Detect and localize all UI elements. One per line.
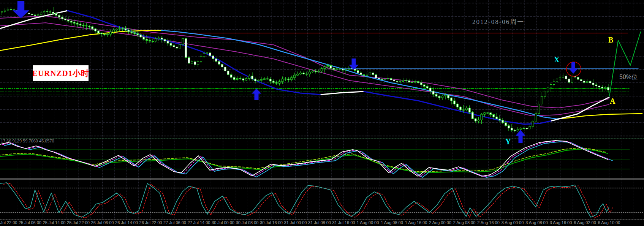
- time-axis-label: 2 Aug 08:00: [453, 220, 476, 225]
- time-axis-label: 1 Aug 08:00: [381, 220, 403, 225]
- down-arrow-marker: [569, 62, 578, 74]
- time-axis-label: 1 Aug 00:00: [357, 220, 379, 225]
- up-arrow-marker: [252, 89, 261, 100]
- time-axis-label: 2 Aug 16:00: [477, 220, 500, 225]
- time-axis-label: 3 Aug 00:00: [502, 220, 524, 225]
- time-axis-label: 26 Jul 06:00: [91, 220, 114, 225]
- time-axis-label: 31 Jul 08:00: [308, 220, 331, 225]
- time-axis-label: 25 Jul 22:00: [67, 220, 90, 225]
- time-axis-label: 27 Jul 06:00: [163, 220, 186, 225]
- up-arrow-marker: [516, 130, 525, 143]
- trading-chart-window: EURNZD1小时 2012-08-06周一 X Y A B 50%位 17 6…: [0, 0, 644, 226]
- time-axis-label: 31 Jul 16:00: [332, 220, 355, 225]
- time-axis-label: 3 Aug 08:00: [525, 220, 548, 225]
- time-axis-label: 1 Aug 16:00: [405, 220, 427, 225]
- time-axis-label: 6 Aug 02:00: [574, 220, 596, 225]
- time-axis-label: 30 Jul 00:00: [212, 220, 234, 225]
- time-axis-label: 30 Jul 16:00: [260, 220, 283, 225]
- time-axis-label: 27 Jul 14:00: [188, 220, 210, 225]
- time-axis-label: 25 Jul 06:00: [19, 220, 41, 225]
- down-arrow-marker: [349, 58, 359, 70]
- time-axis-label: 30 Jul 08:00: [236, 220, 259, 225]
- time-axis-label: 26 Jul 14:00: [115, 220, 138, 225]
- time-axis-label: 3 Aug 16:00: [550, 220, 572, 225]
- time-axis: 24 Jul 22:0025 Jul 06:0025 Jul 14:0025 J…: [0, 220, 644, 226]
- time-axis-label: 25 Jul 14:00: [43, 220, 66, 225]
- time-axis-label: 6 Aug 10:00: [598, 220, 620, 225]
- chart-area[interactable]: [0, 0, 644, 226]
- time-axis-label: 26 Jul 22:00: [139, 220, 162, 225]
- time-axis-label: 31 Jul 00:00: [284, 220, 307, 225]
- time-axis-label: 2 Aug 00:00: [429, 220, 451, 225]
- time-axis-label: 24 Jul 22:00: [0, 220, 17, 225]
